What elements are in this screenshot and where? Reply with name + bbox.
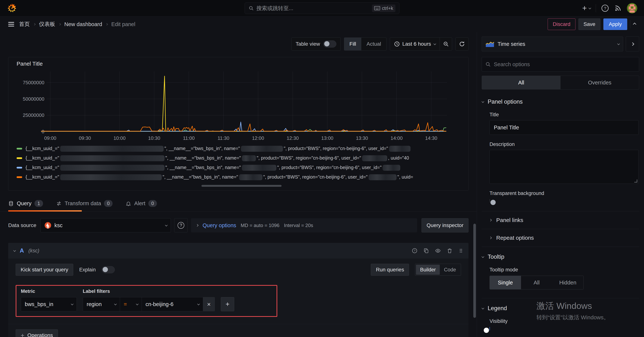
query-datasource-hint: (ksc) (28, 248, 39, 254)
svg-text:14:30: 14:30 (425, 135, 437, 141)
tab-all[interactable]: All (482, 76, 560, 89)
metric-select[interactable]: bws_bps_in (21, 297, 77, 311)
search-field[interactable] (256, 5, 369, 11)
filter-value: cn-beijing-6 (146, 301, 174, 307)
chevron-down-icon (482, 255, 484, 258)
tab-alert[interactable]: Alert 0 (126, 196, 157, 211)
legend-section-header[interactable]: Legend (482, 305, 639, 312)
legend-item[interactable]: {__kcm_uuid_="", __name__="bws_bps_in", … (13, 172, 464, 182)
legend-item[interactable]: {__kcm_uuid_="", __name__="bws_bps_in", … (13, 154, 464, 163)
resize-grip-icon[interactable] (634, 180, 637, 182)
refresh-button[interactable] (456, 38, 468, 50)
transparent-background-toggle[interactable] (490, 199, 490, 202)
search-icon (248, 6, 254, 11)
breadcrumb-dashboards[interactable]: 仪表板 (39, 20, 55, 28)
redacted-blob (362, 155, 387, 161)
legend-visibility-label: Visibility (490, 318, 639, 324)
query-help-icon[interactable]: ? (412, 248, 418, 254)
panel-options-header[interactable]: Panel options (482, 98, 639, 105)
query-row-header[interactable]: A (ksc) ? (8, 243, 468, 258)
tooltip-mode-all[interactable]: All (521, 276, 552, 289)
fill-option[interactable]: Fill (344, 38, 361, 50)
code-option[interactable]: Code (440, 265, 460, 275)
discard-button[interactable]: Discard (548, 18, 576, 30)
datasource-help-button[interactable]: ? (174, 218, 188, 232)
global-search-input[interactable]: ctrl+k (245, 2, 399, 14)
kick-start-button[interactable]: Kick start your query (16, 264, 73, 276)
chevron-right-icon (58, 23, 61, 26)
tab-query-count: 1 (34, 200, 43, 207)
table-view-toggle[interactable] (323, 40, 336, 48)
redacted-blob (382, 165, 400, 171)
divider (482, 298, 639, 298)
add-new-button[interactable]: + (582, 4, 590, 12)
tooltip-section-header[interactable]: Tooltip (482, 254, 639, 260)
tab-overrides[interactable]: Overrides (560, 76, 639, 89)
main-scrollbar[interactable] (473, 224, 476, 318)
visualization-picker[interactable]: Time series (482, 36, 623, 52)
explain-toggle[interactable] (102, 266, 115, 273)
filter-value-select[interactable]: cn-beijing-6 (142, 297, 203, 311)
save-button[interactable]: Save (578, 18, 600, 30)
tab-query[interactable]: Query 1 (8, 196, 43, 211)
menu-toggle-icon[interactable] (8, 22, 14, 26)
max-data-points-value: MD = auto = 1096 (241, 222, 280, 228)
filter-operator-select[interactable]: = (120, 297, 142, 311)
run-queries-button[interactable]: Run queries (371, 264, 409, 276)
repeat-options-section[interactable]: Repeat options (482, 229, 639, 246)
filter-key-select[interactable]: region (83, 297, 120, 311)
query-options-header[interactable]: Query options MD = auto = 1096 Interval … (191, 218, 417, 232)
time-range-label: Last 6 hours (402, 41, 431, 47)
add-filter-button[interactable]: + (221, 297, 234, 311)
toggle-visibility-icon[interactable] (435, 248, 441, 254)
close-icon: × (207, 301, 211, 308)
legend-visibility-toggle[interactable] (490, 327, 490, 330)
duplicate-query-icon[interactable] (423, 248, 429, 254)
builder-code-switch: Builder Code (415, 264, 461, 276)
query-inspector-button[interactable]: Query inspector (422, 218, 468, 232)
title-label: Title (490, 112, 639, 118)
time-range-picker[interactable]: Last 6 hours (390, 41, 440, 47)
tab-transform[interactable]: Transform data 0 (56, 196, 112, 211)
description-textarea[interactable] (490, 150, 638, 184)
breadcrumb-home[interactable]: 首页 (19, 20, 30, 28)
series-yellow (41, 76, 446, 131)
news-icon[interactable] (614, 4, 622, 12)
delete-query-icon[interactable] (447, 248, 452, 254)
svg-text:09:00: 09:00 (44, 135, 56, 141)
chevron-right-icon (196, 224, 198, 227)
zoom-out-button[interactable] (440, 38, 452, 50)
grafana-logo[interactable] (7, 3, 17, 14)
options-search[interactable] (482, 57, 639, 72)
legend-item[interactable]: {__kcm_uuid_="", __name__="bws_bps_in", … (13, 163, 464, 172)
tooltip-mode-hidden[interactable]: Hidden (552, 276, 584, 289)
breadcrumb: 首页 仪表板 New dashboard Edit panel (19, 20, 135, 28)
breadcrumb-dashboard-name[interactable]: New dashboard (64, 21, 102, 28)
transparent-background-label: Transparent background (490, 190, 639, 196)
timeseries-plot[interactable]: 025000000500000007500000009:0009:3010:00… (13, 70, 458, 141)
chevron-down-icon (71, 303, 74, 305)
redacted-blob (60, 146, 164, 152)
legend-item[interactable]: {__kcm_uuid_="", __name__="bws_bps_in", … (13, 144, 464, 154)
tooltip-mode-single[interactable]: Single (490, 276, 521, 289)
user-avatar[interactable] (627, 3, 637, 14)
top-nav-bar: ctrl+k + ? (0, 0, 644, 16)
panel-title-input[interactable] (490, 120, 638, 135)
remove-filter-button[interactable]: × (203, 297, 215, 311)
panel-title[interactable]: Panel Title (13, 60, 464, 67)
drag-handle-icon[interactable] (458, 248, 463, 254)
bell-icon (126, 201, 131, 206)
collapse-options-pane-button[interactable] (626, 36, 639, 52)
legend-horizontal-scrollbar[interactable] (202, 185, 282, 187)
apply-button[interactable]: Apply (604, 18, 627, 30)
options-search-input[interactable] (494, 61, 636, 68)
help-button[interactable]: ? (601, 4, 609, 12)
add-operations-button[interactable]: + Operations (16, 329, 58, 337)
metric-filters-section: Metric bws_bps_in Label filters region (16, 285, 277, 317)
datasource-picker[interactable]: ksc (40, 218, 171, 232)
actual-option[interactable]: Actual (361, 38, 386, 50)
collapse-header-icon[interactable] (633, 22, 636, 26)
panel-links-section[interactable]: Panel links (482, 211, 639, 229)
keyboard-icon (374, 6, 380, 10)
builder-option[interactable]: Builder (416, 265, 440, 275)
